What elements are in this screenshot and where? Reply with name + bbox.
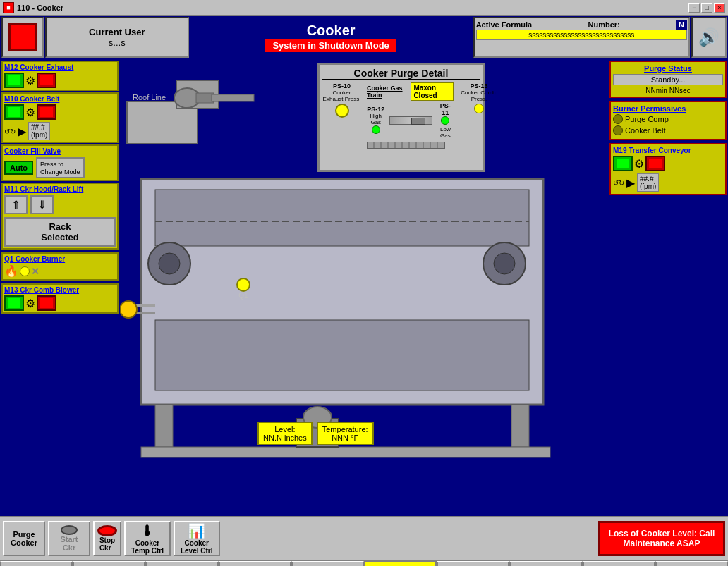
rack-up-button[interactable]: ⇑: [4, 195, 28, 214]
nav-liquids-mixer[interactable]: LiquidsMixer: [73, 561, 145, 566]
start-ckr-button[interactable]: StartCkr: [48, 521, 90, 556]
purge-cooker-button[interactable]: PurgeCooker: [3, 521, 45, 556]
m12-red-button[interactable]: [37, 73, 56, 88]
temp-label: Temperature:: [322, 425, 368, 433]
m10-arrows-icon: ↺↻: [4, 128, 16, 135]
nav-dobot[interactable]: DoBot: [219, 561, 291, 566]
formula-value: ssssssssssssssssssssssssssssss: [476, 30, 687, 40]
stop-circle-icon: [97, 525, 117, 536]
temp-ctrl-button[interactable]: 🌡 CookerTemp Ctrl: [124, 521, 171, 556]
svg-point-12: [494, 253, 515, 274]
m12-title[interactable]: M12 Cooker Exhaust: [4, 63, 116, 71]
level-ctrl-label: CookerLevel Ctrl: [181, 539, 213, 555]
temp-display: Temperature: NNN °F: [317, 422, 374, 445]
m10-red-button[interactable]: [37, 104, 56, 120]
nav-system-overview[interactable]: SystemOverview: [0, 561, 73, 566]
nav-dough-handling[interactable]: DoughHandling: [145, 561, 218, 566]
q1-burner-box: Q1 Cooker Burner 🔥 ✕: [1, 252, 119, 281]
level-ctrl-button[interactable]: 📊 CookerLevel Ctrl: [174, 521, 220, 556]
press-mode-label: Press toChange Mode: [40, 161, 80, 176]
ps11-led: [441, 116, 449, 125]
right-panel: Purge Status Standby... NNmin NNsec Burn…: [608, 59, 728, 516]
formula-label: Active Formula: [476, 20, 532, 29]
m13-controls: ⚙: [4, 295, 116, 311]
m10-controls: ⚙: [4, 104, 116, 120]
logo-square: [8, 23, 37, 51]
nav-oven-kiln[interactable]: Oven/KilnOverview: [509, 561, 582, 566]
purge-detail-panel: Cooker Purge Detail PS-10 Cooker Exhaust…: [317, 63, 485, 172]
close-button[interactable]: ×: [714, 3, 725, 13]
header-user: Current User s...s: [45, 17, 189, 58]
m10-triangle-icon: ▶: [18, 125, 26, 138]
press-mode-button[interactable]: Press toChange Mode: [36, 157, 85, 178]
ps13-area: PS-13 Cooker Comb. Press.: [459, 82, 498, 115]
nav-bar: SystemOverview LiquidsMixer DoughHandlin…: [0, 560, 728, 566]
svg-point-20: [120, 301, 137, 318]
ps12-led: [372, 125, 380, 134]
app-icon: ■: [3, 2, 14, 13]
m11-title[interactable]: M11 Ckr Hood/Rack Lift: [4, 185, 116, 193]
header: Current User s...s Cooker System in Shut…: [0, 16, 728, 59]
svg-rect-14: [511, 405, 529, 447]
transfer-speed: ##.# (fpm): [637, 173, 659, 192]
svg-point-10: [159, 253, 180, 274]
nav-salter[interactable]: Salter: [437, 561, 509, 566]
ps10-label: PS-10: [322, 82, 361, 90]
transfer-green-button[interactable]: [613, 156, 633, 171]
bottom-toolbar: PurgeCooker StartCkr StopCkr 🌡 CookerTem…: [0, 516, 728, 560]
q1-yellow-led: [20, 266, 30, 276]
stop-ckr-button[interactable]: StopCkr: [93, 521, 121, 556]
minimize-button[interactable]: −: [688, 3, 700, 13]
m10-title[interactable]: M10 Cooker Belt: [4, 95, 116, 103]
header-sound[interactable]: 🔊: [691, 17, 727, 58]
gas-train-area: Cooker Gas Train Maxon Closed PS-12 High…: [367, 82, 454, 149]
transfer-title: M19 Transfer Conveyor: [613, 147, 723, 154]
start-icon: [61, 525, 78, 535]
thermometer-icon: 🌡: [140, 523, 154, 539]
m12-exhaust-box: M12 Cooker Exhaust ⚙: [1, 61, 119, 91]
m10-green-button[interactable]: [4, 104, 24, 120]
purge-cooker-label: PurgeCooker: [11, 530, 37, 547]
nav-proofer[interactable]: Proofer: [291, 561, 364, 566]
auto-button[interactable]: Auto: [4, 161, 33, 175]
m13-green-button[interactable]: [4, 295, 24, 311]
perm2-item: Cooker Belt: [613, 125, 723, 135]
purge-status-title: Purge Status: [613, 64, 723, 73]
readings-area: Level: NN.N inches Temperature: NNN °F: [257, 422, 374, 445]
ps12-label: PS-12: [367, 106, 385, 113]
level-label: Level:: [274, 425, 295, 433]
center-area: Cooker Purge Detail PS-10 Cooker Exhaust…: [120, 59, 608, 516]
q1-title[interactable]: Q1 Cooker Burner: [4, 255, 116, 263]
nav-roll-stands[interactable]: RollStands: [583, 561, 655, 566]
m13-title[interactable]: M13 Ckr Comb Blower: [4, 286, 116, 294]
perm1-label: Purge Comp: [625, 115, 669, 123]
nav-system-setup[interactable]: SystemSetup: [655, 561, 728, 566]
pipe-visual: [389, 116, 433, 125]
m10-belt-box: M10 Cooker Belt ⚙ ↺↻ ▶ ##.# (fpm): [1, 92, 119, 143]
stop-ckr-label: StopCkr: [99, 536, 115, 552]
fill-valve-box: Cooker Fill Valve Auto Press toChange Mo…: [1, 144, 119, 181]
m12-green-button[interactable]: [4, 73, 24, 88]
ps10-area: PS-10 Cooker Exhaust Press.: [322, 82, 361, 119]
rack-down-button[interactable]: ⇓: [30, 195, 54, 214]
alert-button[interactable]: Loss of Cooker Level: Call Maintenance A…: [598, 521, 725, 556]
fill-valve-title[interactable]: Cooker Fill Valve: [4, 147, 116, 155]
m13-red-button[interactable]: [37, 295, 56, 311]
ps11-area: PS-11 Low Gas: [437, 102, 454, 139]
temp-ctrl-label: CookerTemp Ctrl: [131, 539, 164, 555]
nav-cooker[interactable]: Cooker: [364, 561, 437, 566]
window-title: 110 - Cooker: [17, 4, 688, 12]
shutdown-message: System in Shutdown Mode: [265, 39, 396, 52]
svg-rect-15: [141, 447, 550, 457]
ps13-led: [474, 104, 484, 113]
q1-x-icon: ✕: [31, 266, 40, 277]
svg-rect-6: [155, 190, 529, 246]
maxon-label: Maxon Closed: [411, 82, 454, 101]
gas-train-label: Cooker Gas Train: [367, 85, 408, 99]
m13-gear-icon: ⚙: [25, 297, 35, 310]
m12-controls: ⚙: [4, 73, 116, 88]
transfer-red-button[interactable]: [645, 156, 665, 171]
purge-timer: NNmin NNsec: [613, 87, 723, 94]
maximize-button[interactable]: □: [701, 3, 712, 13]
transfer-conveyor-box: M19 Transfer Conveyor ⚙ ↺↻ ▶ ##.# (fpm): [609, 143, 727, 195]
